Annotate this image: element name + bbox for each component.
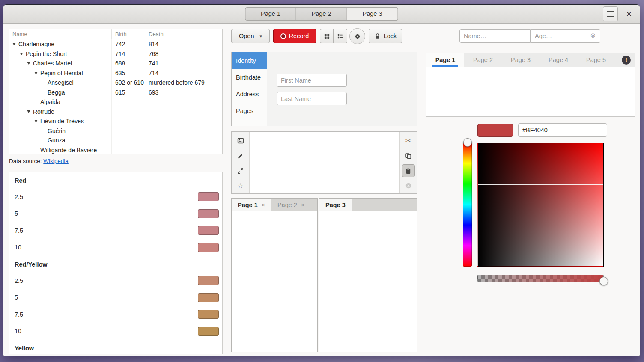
lock-button[interactable]: Lock <box>369 29 402 43</box>
tree-cell-death <box>145 136 222 145</box>
cut-button[interactable]: ✂ <box>402 134 415 147</box>
left-notebook-tab-page-2[interactable]: Page 2× <box>271 199 310 211</box>
paste-icon <box>405 168 411 174</box>
tree-expander-icon[interactable] <box>27 110 33 113</box>
identity-section-pages[interactable]: Pages <box>232 102 267 119</box>
alpha-slider-handle[interactable] <box>599 277 608 285</box>
right-panel-tab-page-3[interactable]: Page 3 <box>502 53 540 67</box>
close-button[interactable]: × <box>623 6 635 21</box>
titlebar-tab-page-3[interactable]: Page 3 <box>347 7 398 21</box>
column-header-birth[interactable]: Birth <box>111 29 145 39</box>
data-source: Data source: Wikipedia <box>9 158 69 164</box>
scale-row-red-yellow-5[interactable]: 5 <box>9 289 222 306</box>
right-panel-tab-page-2[interactable]: Page 2 <box>464 53 502 67</box>
right-panel-tab-page-4[interactable]: Page 4 <box>540 53 577 67</box>
text-editor-area[interactable] <box>250 132 399 193</box>
identity-section-birthdate[interactable]: Birthdate <box>232 69 267 86</box>
error-badge-icon: ! <box>622 56 631 65</box>
tree-cell-birth: 688 <box>111 59 145 68</box>
tree-cell-birth: 742 <box>111 39 145 49</box>
tree-row-charlemagne[interactable]: Charlemagne742814 <box>9 39 222 49</box>
edit-button[interactable] <box>234 149 247 162</box>
menu-button[interactable] <box>603 6 618 21</box>
titlebar[interactable]: Page 1Page 2Page 3 × <box>3 5 640 24</box>
fullscreen-button[interactable] <box>234 164 247 177</box>
star-button[interactable]: ☆ <box>234 179 247 192</box>
tree-expander-icon[interactable] <box>12 43 18 45</box>
grid-view-button[interactable] <box>320 29 334 43</box>
tree-row-pepin-of-herstal[interactable]: Pepin of Herstal635714 <box>9 68 222 78</box>
insert-image-button[interactable] <box>234 134 247 147</box>
saturation-value-plane[interactable] <box>477 143 604 267</box>
titlebar-tab-page-2[interactable]: Page 2 <box>296 7 347 21</box>
scale-row-red-yellow-2-5[interactable]: 2.5 <box>9 272 222 289</box>
tree-row-ansegisel[interactable]: Ansegisel602 or 610murdered before 679 <box>9 78 222 88</box>
column-header-name[interactable]: Name <box>9 29 111 39</box>
tree-cell-death: murdered before 679 <box>145 78 222 88</box>
right-notebook-tab-page-3[interactable]: Page 3 <box>319 199 352 211</box>
tree-cell-death: 693 <box>145 88 222 98</box>
scale-row-red-10[interactable]: 10 <box>9 239 222 256</box>
delete-icon <box>405 182 412 189</box>
scale-group-title-red-yellow: Red/Yellow <box>15 261 222 270</box>
left-notebook-tab-page-1[interactable]: Page 1× <box>232 199 271 211</box>
age-input-wrap: ☺ <box>531 29 600 43</box>
color-swatch-button[interactable] <box>477 124 513 137</box>
open-button[interactable]: Open ▾ <box>231 29 270 43</box>
tree-row-pepin-the-short[interactable]: Pepin the Short714768 <box>9 49 222 59</box>
tab-close-icon[interactable]: × <box>301 202 304 208</box>
tree-cell-death: 714 <box>145 68 222 78</box>
tree-row-charles-martel[interactable]: Charles Martel688741 <box>9 59 222 68</box>
tab-close-icon[interactable]: × <box>262 202 265 208</box>
hue-slider[interactable] <box>463 142 472 267</box>
tree-row-begga[interactable]: Begga615693 <box>9 88 222 98</box>
scale-row-red-5[interactable]: 5 <box>9 205 222 223</box>
settings-button[interactable] <box>349 28 365 44</box>
color-hex-input[interactable] <box>518 123 607 137</box>
tree-cell-birth: 635 <box>111 68 145 78</box>
close-icon: × <box>626 9 632 19</box>
scale-row-red-yellow-7-5[interactable]: 7.5 <box>9 306 222 323</box>
list-view-button[interactable] <box>334 29 347 43</box>
last-name-field[interactable] <box>277 92 347 105</box>
tree-row-rotrude[interactable]: Rotrude <box>9 107 222 117</box>
identity-form-panel: IdentityBirthdateAddressPages <box>231 52 417 126</box>
open-button-label: Open <box>239 33 254 39</box>
scale-swatch <box>198 243 219 252</box>
tree-name-text: Begga <box>48 89 65 96</box>
scale-group-title-red: Red <box>15 177 222 187</box>
tree-cell-name: Pepin the Short <box>9 49 111 59</box>
tree-row-li-vin-de-tr-ves[interactable]: Liévin de Trèves <box>9 116 222 126</box>
alpha-slider-wrap <box>477 275 604 282</box>
titlebar-tab-page-1[interactable]: Page 1 <box>245 7 296 21</box>
tree-expander-icon[interactable] <box>34 72 40 74</box>
right-panel-tab-page-5[interactable]: Page 5 <box>577 53 615 67</box>
emoji-picker-icon[interactable]: ☺ <box>590 32 596 39</box>
tree-row-gunza[interactable]: Gunza <box>9 136 222 145</box>
tree-cell-name: Willigarde de Bavière <box>9 145 111 155</box>
alpha-slider[interactable] <box>477 275 604 282</box>
paste-button[interactable] <box>402 164 415 177</box>
tree-row-willigarde-de-bavi-re[interactable]: Willigarde de Bavière <box>9 145 222 155</box>
tree-row-alpaida[interactable]: Alpaida <box>9 97 222 107</box>
identity-section-identity[interactable]: Identity <box>232 52 267 69</box>
first-name-field[interactable] <box>277 74 347 87</box>
wikipedia-link[interactable]: Wikipedia <box>43 158 69 164</box>
tree-expander-icon[interactable] <box>20 53 26 55</box>
tree-expander-icon[interactable] <box>34 120 40 122</box>
hue-slider-handle[interactable] <box>463 138 472 147</box>
tree-cell-name: Charlemagne <box>9 39 111 49</box>
identity-section-address[interactable]: Address <box>232 86 267 102</box>
name-input[interactable] <box>459 29 531 43</box>
copy-button[interactable] <box>402 149 415 162</box>
scale-row-red-7-5[interactable]: 7.5 <box>9 222 222 239</box>
column-header-death[interactable]: Death <box>145 29 222 39</box>
right-panel-tab-page-1[interactable]: Page 1 <box>426 53 464 67</box>
tree-row-gu-rin[interactable]: Guérin <box>9 126 222 136</box>
scale-row-red-2-5[interactable]: 2.5 <box>9 188 222 205</box>
scale-row-red-yellow-10[interactable]: 10 <box>9 323 222 340</box>
tree-expander-icon[interactable] <box>27 62 33 65</box>
record-button[interactable]: Record <box>273 29 316 43</box>
tree-name-text: Ansegisel <box>48 79 74 86</box>
delete-button[interactable] <box>402 179 415 192</box>
